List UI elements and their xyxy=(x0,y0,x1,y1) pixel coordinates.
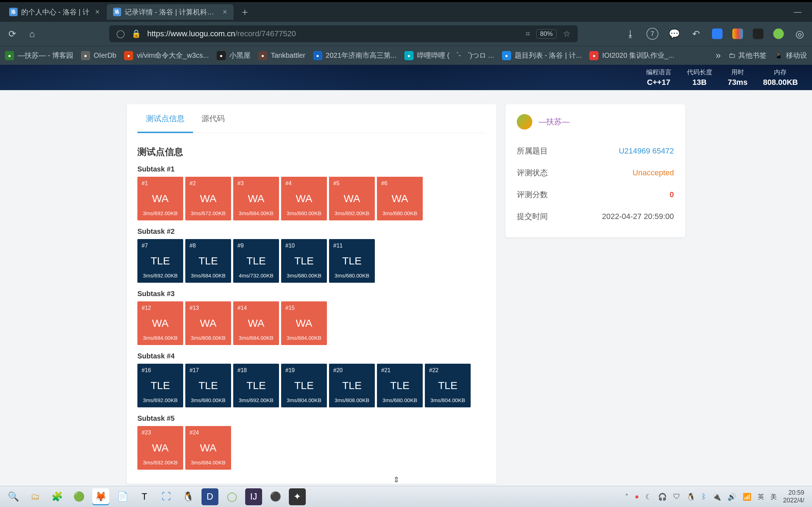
testcase-card[interactable]: #7TLE3ms/692.00KB xyxy=(137,239,183,283)
minimize-button[interactable]: — xyxy=(794,7,801,17)
taskbar-chrome[interactable]: 🟢 xyxy=(70,488,87,505)
tray-bluetooth-icon[interactable]: ᛒ xyxy=(702,493,706,501)
taskbar-firefox[interactable]: 🦊 xyxy=(92,488,109,505)
bookmark-item[interactable]: ●题目列表 - 洛谷 | 计... xyxy=(502,51,582,60)
tray-penguin-icon[interactable]: 🐧 xyxy=(687,493,695,501)
testcase-card[interactable]: #6WA3ms/680.00KB xyxy=(377,177,423,220)
taskbar-text[interactable]: T xyxy=(136,488,153,505)
bookmark-star-icon[interactable]: ☆ xyxy=(563,29,571,39)
bookmark-item[interactable]: ●vi/vim命令大全_w3cs... xyxy=(124,51,209,60)
ext-icon-2[interactable] xyxy=(732,29,743,39)
ext-icon-1[interactable] xyxy=(712,29,723,39)
testcase-card[interactable]: #1WA3ms/692.00KB xyxy=(137,177,183,220)
ext-icon-3[interactable] xyxy=(753,29,763,39)
reload-button[interactable]: ⟳ xyxy=(6,29,18,39)
taskbar-app-g[interactable]: ◯ xyxy=(223,488,240,505)
testcase-card[interactable]: #12WA3ms/684.00KB xyxy=(137,301,183,345)
testcase-card[interactable]: #17TLE3ms/680.00KB xyxy=(185,364,231,407)
problem-link[interactable]: U214969 65472 xyxy=(619,146,674,156)
ime-sub[interactable]: 美 xyxy=(770,493,777,501)
bookmark-item[interactable]: ●IOI2020 集训队作业_... xyxy=(589,51,674,60)
taskbar-app-last[interactable]: ✦ xyxy=(289,488,306,505)
taskbar-devcpp[interactable]: D xyxy=(202,488,218,505)
header-stat-length: 代码长度 13B xyxy=(687,68,712,87)
testcase-meta: 4ms/732.00KB xyxy=(237,273,275,278)
testcase-card[interactable]: #5WA3ms/692.00KB xyxy=(329,177,375,220)
testcase-card[interactable]: #16TLE3ms/692.00KB xyxy=(137,364,183,407)
testcase-card[interactable]: #23WA3ms/692.00KB xyxy=(137,426,183,470)
tray-battery-icon[interactable]: 🔌 xyxy=(712,493,721,501)
bookmark-item[interactable]: ●小黑屋 xyxy=(217,51,250,60)
testcase-meta: 3ms/684.00KB xyxy=(237,335,275,341)
tray-rec-icon[interactable]: ● xyxy=(635,493,639,501)
testcase-number: #18 xyxy=(237,367,275,374)
zoom-badge[interactable]: 80% xyxy=(536,29,557,39)
testcase-card[interactable]: #14WA3ms/684.00KB xyxy=(233,301,279,345)
testcase-card[interactable]: #19TLE3ms/804.00KB xyxy=(281,364,327,407)
testcase-meta: 3ms/804.00KB xyxy=(429,397,466,403)
tray-headset-icon[interactable]: 🎧 xyxy=(658,493,667,501)
taskbar-obs[interactable]: ⚫ xyxy=(267,488,284,505)
testcase-card[interactable]: #13WA3ms/808.00KB xyxy=(185,301,231,345)
testcase-card[interactable]: #11TLE3ms/680.00KB xyxy=(329,239,375,283)
testcase-card[interactable]: #20TLE3ms/808.00KB xyxy=(329,364,375,407)
taskbar-explorer[interactable]: 🗂 xyxy=(27,488,44,505)
testcase-card[interactable]: #3WA3ms/684.00KB xyxy=(233,177,279,220)
new-tab-button[interactable]: ＋ xyxy=(234,2,255,21)
tray-moon-icon[interactable]: ☾ xyxy=(645,493,652,501)
address-bar[interactable]: ◯ 🔒 https://www.luogu.com.cn/record/7467… xyxy=(109,25,578,42)
taskbar-search[interactable]: 🔍 xyxy=(5,488,22,505)
notifications-badge[interactable]: 7 xyxy=(646,28,658,40)
browser-tab[interactable]: 洛记录详情 - 洛谷 | 计算机科学教× xyxy=(107,4,234,20)
system-clock[interactable]: 20:59 2022/4/ xyxy=(783,489,807,504)
testcase-card[interactable]: #10TLE3ms/680.00KB xyxy=(281,239,327,283)
tab-close-icon[interactable]: × xyxy=(223,7,227,17)
bookmark-folder-other[interactable]: 🗀 其他书签 xyxy=(729,51,767,60)
taskbar-notes[interactable]: 📄 xyxy=(114,488,131,505)
taskbar-app-a[interactable]: 🧩 xyxy=(49,488,66,505)
ext-icon-4[interactable] xyxy=(773,29,784,39)
bookmark-item[interactable]: ●哔哩哔哩 ( ゜- ゜)つロ ... xyxy=(404,51,494,60)
testcase-card[interactable]: #9TLE4ms/732.00KB xyxy=(233,239,279,283)
testcase-card[interactable]: #8TLE3ms/684.00KB xyxy=(185,239,231,283)
browser-tab[interactable]: 洛的个人中心 - 洛谷 | 计× xyxy=(3,4,106,20)
testcase-row: #7TLE3ms/692.00KB#8TLE3ms/684.00KB#9TLE4… xyxy=(137,239,486,283)
testcase-card[interactable]: #24WA3ms/684.00KB xyxy=(185,426,231,470)
testcase-card[interactable]: #21TLE3ms/680.00KB xyxy=(377,364,423,407)
tab-close-icon[interactable]: × xyxy=(95,7,100,17)
settings-icon[interactable]: ◎ xyxy=(794,28,806,40)
tray-shield-icon[interactable]: 🛡 xyxy=(673,493,680,501)
username-link[interactable]: —扶苏— xyxy=(539,117,570,127)
testcase-card[interactable]: #18TLE3ms/692.00KB xyxy=(233,364,279,407)
taskbar-idea[interactable]: IJ xyxy=(245,488,262,505)
home-button[interactable]: ⌂ xyxy=(26,29,38,39)
tray-volume-icon[interactable]: 🔊 xyxy=(727,493,736,501)
testcase-row: #12WA3ms/684.00KB#13WA3ms/808.00KB#14WA3… xyxy=(137,301,486,345)
taskbar-vscode[interactable]: ⛶ xyxy=(158,488,175,505)
downloads-icon[interactable]: ⭳ xyxy=(625,29,637,39)
testcase-status: TLE xyxy=(333,380,371,392)
tray-wifi-icon[interactable]: 📶 xyxy=(743,493,751,501)
bookmark-folder-mobile[interactable]: 📱 移动设 xyxy=(774,51,807,60)
bookmark-item[interactable]: ●OIerDb xyxy=(81,51,116,60)
taskbar-qq[interactable]: 🐧 xyxy=(180,488,197,505)
reader-icon[interactable]: ⌗ xyxy=(526,29,530,38)
bookmark-favicon-icon: ● xyxy=(502,51,511,60)
bookmark-item[interactable]: ●—扶苏— - 博客园 xyxy=(5,51,73,60)
testcase-status: WA xyxy=(190,317,227,329)
bookmark-item[interactable]: ●2021年济南市高三第... xyxy=(313,51,397,60)
ime-lang[interactable]: 英 xyxy=(758,493,764,501)
testcase-card[interactable]: #4WA3ms/660.00KB xyxy=(281,177,327,220)
avatar[interactable] xyxy=(517,114,532,130)
undo-icon[interactable]: ↶ xyxy=(690,29,702,39)
bookmark-overflow-button[interactable]: » xyxy=(716,50,721,61)
testcase-card[interactable]: #2WA3ms/672.00KB xyxy=(185,177,231,220)
testcase-card[interactable]: #22TLE3ms/804.00KB xyxy=(425,364,471,407)
tray-overflow-icon[interactable]: ˄ xyxy=(625,493,628,501)
bookmark-item[interactable]: ●Tankbattler xyxy=(258,51,305,60)
testcase-card[interactable]: #15WA3ms/684.00KB xyxy=(281,301,327,345)
testcase-number: #3 xyxy=(237,180,275,187)
chat-icon[interactable]: 💬 xyxy=(668,29,680,39)
tab-testinfo[interactable]: 测试点信息 xyxy=(137,104,193,133)
tab-source[interactable]: 源代码 xyxy=(193,104,233,133)
